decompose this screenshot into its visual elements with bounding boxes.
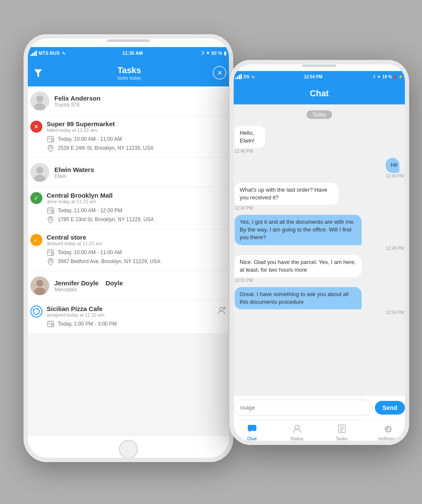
task-list: Felix Anderson Toyota 978 ✕ Super 99 Sup… [24, 86, 233, 436]
task-meta-time-3: Today, 10:00 AM - 11:00 AM [47, 249, 226, 256]
task-meta-time-1: Today, 10:00 AM - 11:00 AM [47, 135, 226, 143]
task-header-3: ✓ Central store delayed today at 11:21 a… [30, 234, 226, 246]
driver-info-1: Felix Anderson Toyota 978 [54, 95, 101, 108]
wifi-icon: ∿ [62, 50, 65, 56]
phone-tasks: MTS RUS ∿ 11:35 AM ☽ ✦ 93 % ▮ ▼ Tasks ta… [24, 34, 233, 462]
signal-icon-chat [235, 74, 242, 79]
task-item-4[interactable]: Sicilian Pizza Cafe assigned today at 11… [24, 301, 233, 334]
status-nav-label: Status [290, 436, 303, 441]
assign-icon [216, 305, 226, 317]
driver-row-3[interactable]: Jennifer Doyle Doyle Mercedes [24, 271, 233, 301]
msg-time-3: 12:41 PM [235, 206, 373, 210]
task-status-2: done today at 11:21 am [47, 199, 113, 204]
nav-settings[interactable]: Settings [364, 420, 409, 445]
msg-row-1: Hello, Elwin! 12:40 PM [235, 126, 404, 154]
signal-icon [30, 50, 37, 56]
task-meta-time-4: Today, 1:00 PM - 3:00 PM [47, 320, 226, 328]
driver-info-3: Jennifer Doyle Doyle Mercedes [54, 279, 123, 293]
driver-name-2: Elwin Waters [54, 166, 94, 173]
msg-bubble-4: Yes, I got it and all the documents are … [235, 215, 362, 245]
nav-chat[interactable]: Chat [229, 420, 274, 445]
svg-marker-45 [248, 431, 251, 433]
svg-point-3 [36, 95, 43, 102]
close-button[interactable]: ✕ [213, 66, 226, 80]
msg-row-4: Yes, I got it and all the documents are … [235, 215, 404, 251]
phone-chat: DS ∿ 12:54 PM ☽ ✦ 19 % ▮ ⚡ Chat Today He… [229, 60, 409, 445]
task-time-1: Today, 10:00 AM - 11:00 AM [58, 136, 122, 142]
settings-nav-label: Settings [378, 436, 395, 441]
task-addr-1: 2528 E 24th St, Brooklyn, NY 11235, USA [58, 145, 154, 151]
svg-point-35 [220, 307, 223, 311]
msg-time-6: 12:54 PM [235, 310, 404, 315]
msg-text-6: Great. I have something to ask you about… [240, 291, 348, 305]
task-meta-time-2: Today, 11:00 AM - 12:00 PM [47, 207, 226, 214]
status-icon-assigned [30, 305, 42, 317]
wifi-icon-chat: ∿ [251, 74, 255, 79]
task-name-4: Sicilian Pizza Cafe [47, 305, 104, 312]
task-title-1: Super 99 Supermarket failed today at 11:… [47, 120, 115, 133]
home-button-tasks[interactable] [119, 440, 138, 459]
msg-text-1: Hello, Elwin! [240, 130, 255, 144]
speaker-tasks [107, 39, 150, 42]
svg-rect-44 [248, 425, 256, 431]
msg-bubble-5: Nice. Glad you have the parcel. Yes, I a… [235, 255, 362, 277]
svg-text:▼: ▼ [37, 74, 40, 77]
driver-row-2[interactable]: Elwin Waters Elwin [24, 158, 233, 187]
send-button[interactable]: Send [375, 401, 405, 415]
task-item-3[interactable]: ✓ Central store delayed today at 11:21 a… [24, 229, 233, 271]
driver-car-2: Elwin [54, 173, 94, 179]
msg-time-1: 12:40 PM [235, 149, 276, 154]
avatar-felix [30, 92, 49, 110]
svg-point-34 [34, 288, 45, 295]
task-meta-addr-2: 1785 E 23rd St, Brooklyn, NY 11229, USA [47, 216, 226, 223]
nav-status[interactable]: Status [274, 420, 319, 445]
task-time-2: Today, 11:00 AM - 12:00 PM [58, 208, 122, 213]
message-input[interactable] [234, 400, 371, 416]
status-icon-delayed: ✓ [30, 234, 42, 246]
battery-icon-chat: ▮ [394, 74, 396, 79]
msg-time-4: 12:48 PM [235, 246, 404, 251]
msg-text-5: Nice. Glad you have the parcel. Yes, I a… [240, 259, 356, 273]
chat-nav-label: Chat [247, 436, 256, 441]
nav-tasks[interactable]: Tasks [319, 420, 364, 445]
task-name-1: Super 99 Supermarket [47, 120, 115, 127]
status-icon-failed: ✕ [30, 121, 42, 133]
msg-row-6: Great. I have something to ask you about… [235, 287, 404, 315]
chat-content: Today Hello, Elwin! 12:40 PM Hi! 12:40 P… [229, 104, 409, 395]
moon-icon: ☽ [200, 50, 204, 56]
time-tasks: 11:35 AM [122, 50, 143, 56]
msg-text-4: Yes, I got it and all the documents are … [240, 219, 355, 240]
settings-nav-icon [382, 424, 392, 436]
battery-chat: 19 % [382, 74, 392, 79]
msg-row-3: What's up with the last order? Have you … [235, 183, 404, 210]
svg-point-14 [36, 167, 43, 174]
task-addr-3: 3947 Bedford Ave, Brooklyn, NY 11229, US… [58, 258, 160, 264]
svg-point-12 [49, 146, 52, 148]
task-time-4: Today, 1:00 PM - 3:00 PM [58, 321, 117, 327]
task-status-4: assigned today at 11:32 am [47, 312, 104, 317]
task-item-2[interactable]: ✓ Central Brooklyn Mall done today at 11… [24, 187, 233, 229]
tasks-nav-label: Tasks [336, 436, 348, 441]
driver-row-1[interactable]: Felix Anderson Toyota 978 [24, 86, 233, 116]
charging-icon: ⚡ [398, 74, 403, 79]
msg-wrapper-1: Hello, Elwin! 12:40 PM [235, 126, 276, 154]
msg-bubble-1: Hello, Elwin! [235, 126, 265, 148]
status-bar-tasks: MTS RUS ∿ 11:35 AM ☽ ✦ 93 % ▮ [24, 47, 233, 59]
notch-tasks [24, 34, 233, 47]
filter-icon[interactable]: ▼ [30, 65, 46, 80]
svg-point-23 [49, 217, 52, 220]
msg-wrapper-6: Great. I have something to ask you about… [235, 287, 404, 315]
svg-point-31 [49, 259, 52, 262]
tasks-subtitle: tasks today [117, 75, 141, 80]
task-item-1[interactable]: ✕ Super 99 Supermarket failed today at 1… [24, 116, 233, 158]
bottom-nav-chat: Chat Status Tasks [229, 419, 409, 445]
msg-text-3: What's up with the last order? Have you … [240, 187, 327, 201]
msg-time-2: 12:40 PM [386, 174, 404, 178]
msg-wrapper-3: What's up with the last order? Have you … [235, 183, 373, 210]
status-right-tasks: ☽ ✦ 93 % ▮ [200, 50, 226, 56]
status-icon-done: ✓ [30, 192, 42, 204]
date-badge: Today [306, 110, 332, 119]
chat-nav-icon [247, 424, 257, 436]
driver-car-3: Mercedes [54, 287, 123, 293]
task-name-2: Central Brooklyn Mall [47, 192, 113, 199]
